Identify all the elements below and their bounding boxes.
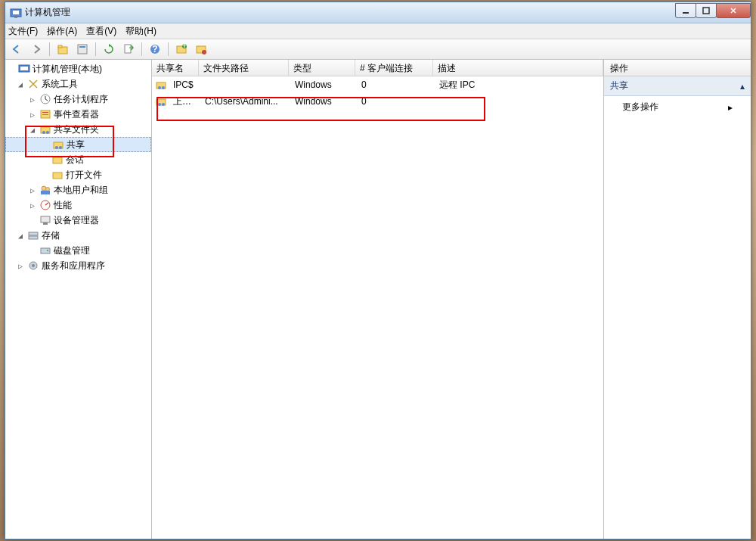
table-row[interactable]: 上传前 C:\Users\Admini... Windows 0 <box>152 93 603 110</box>
svg-rect-38 <box>43 222 48 225</box>
back-button[interactable] <box>8 41 25 58</box>
tree-open-files[interactable]: 打开文件 <box>5 167 151 182</box>
session-icon <box>51 154 64 166</box>
tree-performance[interactable]: ▷ 性能 <box>5 197 151 213</box>
actions-header: 操作 <box>604 60 751 76</box>
event-icon <box>39 108 51 120</box>
list-pane: 共享名 文件夹路径 类型 # 客户端连接 描述 IPC$ Windows 0 远… <box>152 60 603 539</box>
svg-rect-40 <box>29 236 38 239</box>
svg-point-49 <box>158 103 161 106</box>
svg-rect-37 <box>41 216 50 222</box>
clock-icon <box>39 93 51 105</box>
svg-rect-31 <box>53 157 62 163</box>
svg-rect-8 <box>58 45 62 48</box>
collapse-icon: ▴ <box>740 81 745 92</box>
svg-point-26 <box>42 131 45 134</box>
svg-rect-11 <box>125 45 131 53</box>
svg-rect-24 <box>42 114 48 115</box>
svg-rect-35 <box>41 191 50 194</box>
menu-view[interactable]: 查看(V) <box>86 25 116 38</box>
storage-icon <box>27 229 39 241</box>
col-client-connections[interactable]: # 客户端连接 <box>355 60 433 76</box>
window-title: 计算机管理 <box>25 6 676 19</box>
svg-point-46 <box>158 86 161 89</box>
svg-point-50 <box>162 103 165 106</box>
table-row[interactable]: IPC$ Windows 0 远程 IPC <box>152 76 603 93</box>
menu-action[interactable]: 操作(A) <box>47 25 77 38</box>
svg-rect-9 <box>78 45 87 54</box>
share-row-icon <box>155 95 167 107</box>
export-button[interactable] <box>120 41 137 58</box>
menu-help[interactable]: 帮助(H) <box>125 25 156 38</box>
chevron-right-icon: ▸ <box>728 102 733 113</box>
svg-rect-2 <box>14 17 17 18</box>
svg-point-27 <box>46 131 49 134</box>
svg-rect-41 <box>41 248 50 253</box>
col-type[interactable]: 类型 <box>289 60 355 76</box>
tree-root[interactable]: 计算机管理(本地) <box>5 61 151 76</box>
svg-rect-3 <box>683 12 689 14</box>
users-icon <box>39 184 51 196</box>
tree-services-apps[interactable]: ▷ 服务和应用程序 <box>5 258 151 273</box>
svg-rect-4 <box>703 8 709 14</box>
tree-task-scheduler[interactable]: ▷ 任务计划程序 <box>5 92 151 107</box>
tree-disk-mgmt[interactable]: 磁盘管理 <box>5 243 151 258</box>
titlebar[interactable]: 计算机管理 <box>5 2 751 23</box>
menubar: 文件(F) 操作(A) 查看(V) 帮助(H) <box>5 23 751 39</box>
svg-point-29 <box>55 146 58 149</box>
menu-file[interactable]: 文件(F) <box>8 25 38 38</box>
svg-text:?: ? <box>152 44 157 54</box>
device-icon <box>39 214 51 226</box>
app-icon <box>10 7 22 19</box>
services-icon <box>27 260 39 272</box>
share-icon <box>52 138 64 151</box>
svg-text:+: + <box>181 43 187 51</box>
close-button[interactable] <box>716 3 751 18</box>
tools-icon <box>27 78 39 90</box>
tree-shared-folders[interactable]: ◢ 共享文件夹 <box>5 122 151 137</box>
properties-button[interactable] <box>74 41 91 58</box>
col-folder-path[interactable]: 文件夹路径 <box>199 60 289 76</box>
minimize-button[interactable] <box>675 3 696 18</box>
svg-rect-39 <box>29 232 38 235</box>
toolbar: ? + <box>5 39 751 60</box>
tree-sessions[interactable]: 会话 <box>5 152 151 167</box>
forward-button[interactable] <box>28 41 45 58</box>
col-share-name[interactable]: 共享名 <box>152 60 199 76</box>
actions-pane: 操作 共享 ▴ 更多操作 ▸ <box>604 60 751 539</box>
svg-rect-32 <box>53 173 62 179</box>
tree-local-users[interactable]: ▷ 本地用户和组 <box>5 182 151 197</box>
up-button[interactable] <box>54 41 71 58</box>
svg-point-44 <box>32 264 35 267</box>
svg-point-30 <box>59 146 62 149</box>
svg-point-34 <box>46 188 50 191</box>
svg-rect-20 <box>20 67 28 70</box>
perf-icon <box>39 199 51 211</box>
actions-section[interactable]: 共享 ▴ <box>604 76 751 96</box>
list-header: 共享名 文件夹路径 类型 # 客户端连接 描述 <box>152 60 603 76</box>
maximize-button[interactable] <box>696 3 717 18</box>
svg-point-42 <box>47 250 48 251</box>
svg-rect-1 <box>13 11 19 14</box>
svg-point-33 <box>42 186 46 191</box>
tree-event-viewer[interactable]: ▷ 事件查看器 <box>5 107 151 122</box>
nav-tree[interactable]: 计算机管理(本地) ◢ 系统工具 ▷ 任务计划程序 ▷ 事件查看器 ◢ 共享文件… <box>5 60 152 539</box>
refresh-button[interactable] <box>101 41 117 58</box>
app-window: 计算机管理 文件(F) 操作(A) 查看(V) 帮助(H) ? + <box>5 2 751 539</box>
tree-device-manager[interactable]: 设备管理器 <box>5 213 151 228</box>
stop-share-button[interactable] <box>193 41 209 58</box>
svg-rect-10 <box>79 46 85 48</box>
svg-point-18 <box>202 50 206 54</box>
tree-shares[interactable]: 共享 <box>5 137 151 152</box>
openfile-icon <box>51 169 64 181</box>
actions-more[interactable]: 更多操作 ▸ <box>604 96 751 118</box>
share-row-icon <box>155 79 167 91</box>
col-description[interactable]: 描述 <box>433 60 603 76</box>
new-share-button[interactable]: + <box>173 41 190 58</box>
tree-storage[interactable]: ◢ 存储 <box>5 228 151 243</box>
computer-icon <box>18 63 30 75</box>
tree-system-tools[interactable]: ◢ 系统工具 <box>5 76 151 92</box>
svg-rect-23 <box>42 112 48 113</box>
help-button[interactable]: ? <box>147 41 163 58</box>
svg-point-47 <box>162 86 165 89</box>
